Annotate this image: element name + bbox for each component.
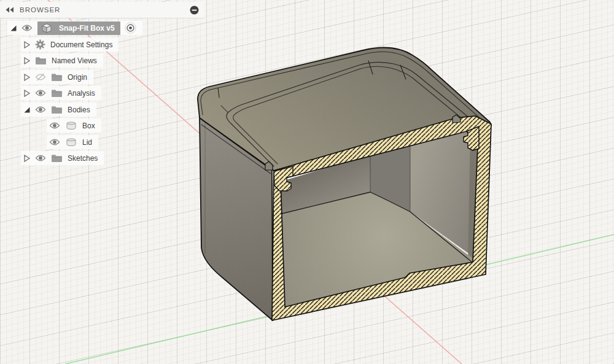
expand-collapsed-icon[interactable]	[23, 57, 31, 64]
folder-icon	[51, 106, 63, 114]
browser-header: BROWSER	[0, 2, 204, 18]
tree-item-sketches[interactable]: Sketches	[21, 151, 104, 165]
eye-slash-icon[interactable]	[35, 73, 47, 81]
selected-item-highlight: Snap-Fit Box v5	[37, 21, 120, 35]
folder-icon	[35, 56, 47, 65]
tree-item-document-settings[interactable]: Document Settings	[21, 37, 119, 52]
body-icon	[65, 120, 77, 131]
expand-collapsed-icon[interactable]	[23, 155, 31, 162]
fusion-window: BROWSER Snap-Fit Box v5	[0, 0, 614, 364]
tree-item-label: Origin	[68, 73, 87, 82]
tree-item-label: Snap-Fit Box v5	[59, 24, 115, 33]
tree-item-analysis[interactable]: Analysis	[21, 86, 101, 100]
tree-item-body-lid[interactable]: Lid	[47, 135, 98, 149]
tree-item-named-views[interactable]: Named Views	[21, 53, 103, 68]
tree-item-label: Box	[82, 122, 95, 130]
minus-circle-icon[interactable]	[190, 6, 199, 15]
tree-item-bodies[interactable]: Bodies	[21, 103, 96, 117]
eye-icon[interactable]	[49, 122, 61, 130]
model-snap-fit-box[interactable]	[198, 48, 491, 321]
folder-icon	[51, 73, 63, 82]
folder-icon	[51, 154, 63, 163]
tree-item-body-box[interactable]: Box	[47, 118, 101, 133]
activate-radio-icon[interactable]	[125, 22, 136, 34]
component-icon	[40, 23, 53, 34]
tree-item-label: Named Views	[52, 56, 97, 65]
eye-icon[interactable]	[35, 154, 47, 162]
expand-collapsed-icon[interactable]	[23, 41, 31, 48]
expand-open-icon[interactable]	[23, 106, 31, 114]
browser-panel: BROWSER Snap-Fit Box v5	[0, 0, 221, 184]
eye-icon[interactable]	[21, 24, 33, 32]
eye-icon[interactable]	[35, 89, 47, 97]
expand-collapsed-icon[interactable]	[23, 90, 31, 97]
browser-title: BROWSER	[20, 6, 190, 14]
tree-item-label: Bodies	[68, 106, 90, 114]
tree-item-label: Document Settings	[50, 41, 112, 49]
collapse-panel-icon[interactable]	[6, 7, 14, 13]
eye-icon[interactable]	[49, 138, 61, 146]
tree-item-label: Analysis	[68, 89, 95, 98]
tree-item-snap-fit-box-v5[interactable]: Snap-Fit Box v5	[7, 21, 142, 35]
body-icon	[65, 137, 77, 147]
gear-icon	[35, 39, 45, 50]
folder-icon	[51, 89, 63, 98]
tree-item-label: Sketches	[68, 154, 98, 163]
eye-icon[interactable]	[35, 106, 47, 114]
expand-collapsed-icon[interactable]	[23, 74, 31, 81]
tree-item-label: Lid	[82, 138, 92, 147]
tree-item-origin[interactable]: Origin	[21, 70, 93, 84]
expand-open-icon[interactable]	[10, 25, 17, 32]
